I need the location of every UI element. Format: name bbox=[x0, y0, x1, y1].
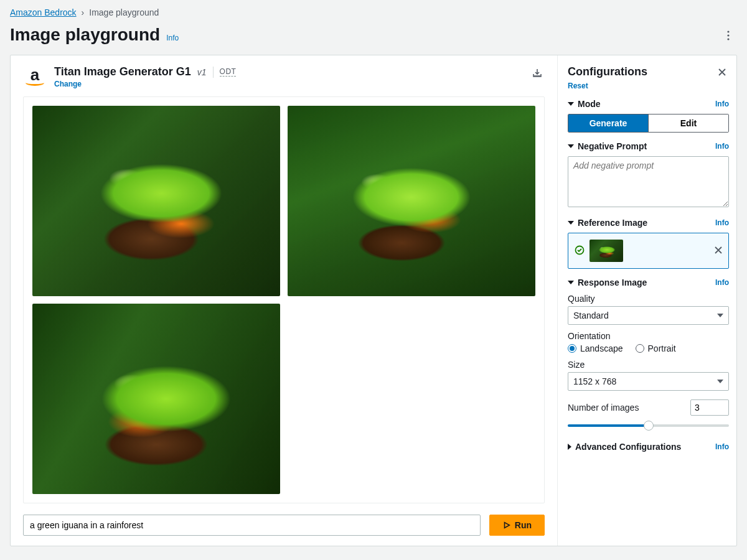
chevron-down-icon bbox=[568, 221, 574, 225]
main-panel: a Titan Image Generator G1 v1 ODT Change bbox=[10, 55, 737, 546]
generated-image-1[interactable] bbox=[32, 106, 280, 296]
run-button-label: Run bbox=[515, 520, 532, 530]
section-advanced[interactable]: Advanced Configurations Info bbox=[568, 442, 729, 452]
slider-fill bbox=[568, 424, 649, 427]
breadcrumb-root[interactable]: Amazon Bedrock bbox=[10, 7, 77, 17]
chevron-down-icon bbox=[568, 281, 574, 284]
divider bbox=[213, 67, 214, 78]
orientation-landscape-radio[interactable]: Landscape bbox=[568, 343, 623, 353]
reference-image-box bbox=[568, 233, 729, 269]
image-results-grid bbox=[23, 96, 545, 503]
orientation-portrait-radio[interactable]: Portrait bbox=[636, 343, 676, 353]
chevron-down-icon bbox=[568, 144, 574, 148]
num-images-input[interactable] bbox=[690, 399, 729, 416]
remove-reference-button[interactable] bbox=[715, 246, 722, 256]
reference-thumbnail[interactable] bbox=[590, 240, 623, 262]
breadcrumb-current: Image playground bbox=[89, 7, 159, 17]
slider-thumb[interactable] bbox=[644, 421, 654, 431]
kebab-icon bbox=[727, 30, 730, 40]
advanced-info-link[interactable]: Info bbox=[715, 442, 729, 451]
size-select[interactable]: 1152 x 768 bbox=[568, 372, 729, 391]
svg-point-2 bbox=[727, 38, 729, 40]
prompt-input[interactable] bbox=[23, 515, 481, 536]
orientation-landscape-label: Landscape bbox=[580, 343, 623, 353]
prompt-bar: Run bbox=[23, 515, 545, 536]
close-icon bbox=[715, 246, 722, 254]
section-negative[interactable]: Negative Prompt Info bbox=[568, 141, 729, 151]
section-response-label: Response Image bbox=[578, 278, 647, 287]
orientation-radios: Landscape Portrait bbox=[568, 343, 729, 353]
quality-value: Standard bbox=[573, 310, 609, 320]
size-value: 1152 x 768 bbox=[573, 376, 616, 386]
num-images-label: Number of images bbox=[568, 403, 639, 413]
model-header: a Titan Image Generator G1 v1 ODT Change bbox=[23, 65, 545, 89]
num-images-slider[interactable] bbox=[568, 421, 729, 431]
play-icon bbox=[502, 521, 511, 530]
negative-prompt-input[interactable] bbox=[568, 156, 729, 207]
page-header: Image playground Info bbox=[0, 20, 747, 55]
download-icon bbox=[532, 68, 542, 78]
left-pane: a Titan Image Generator G1 v1 ODT Change bbox=[11, 55, 557, 546]
breadcrumb-separator: › bbox=[82, 7, 85, 17]
orientation-label: Orientation bbox=[568, 331, 729, 341]
close-icon bbox=[718, 68, 726, 77]
empty-slot bbox=[288, 304, 535, 494]
mode-info-link[interactable]: Info bbox=[715, 100, 729, 108]
quality-label: Quality bbox=[568, 294, 729, 304]
model-version: v1 bbox=[197, 67, 207, 77]
breadcrumb: Amazon Bedrock › Image playground bbox=[0, 0, 747, 20]
check-icon bbox=[575, 245, 585, 257]
reference-info-link[interactable]: Info bbox=[715, 218, 729, 227]
svg-point-0 bbox=[727, 30, 729, 32]
change-model-link[interactable]: Change bbox=[54, 80, 82, 88]
config-title: Configurations bbox=[568, 65, 647, 78]
orientation-portrait-label: Portrait bbox=[648, 343, 676, 353]
mode-generate-button[interactable]: Generate bbox=[568, 114, 648, 132]
section-mode[interactable]: Mode Info bbox=[568, 99, 729, 109]
size-label: Size bbox=[568, 360, 729, 370]
section-reference-label: Reference Image bbox=[578, 218, 647, 228]
generated-image-2[interactable] bbox=[288, 106, 535, 296]
radio-icon bbox=[568, 344, 576, 353]
chevron-down-icon bbox=[717, 380, 723, 383]
config-pane: Configurations Reset Mode Info Generate … bbox=[557, 55, 736, 546]
model-name: Titan Image Generator G1 bbox=[54, 65, 191, 78]
reset-link[interactable]: Reset bbox=[568, 82, 729, 90]
chevron-down-icon bbox=[717, 314, 723, 317]
amazon-logo-icon: a bbox=[23, 65, 47, 89]
run-button[interactable]: Run bbox=[489, 515, 545, 536]
generated-image-3[interactable] bbox=[32, 304, 280, 494]
section-reference[interactable]: Reference Image Info bbox=[568, 218, 729, 228]
mode-toggle: Generate Edit bbox=[568, 114, 729, 133]
negative-info-link[interactable]: Info bbox=[715, 142, 729, 151]
page-menu-button[interactable] bbox=[720, 27, 737, 44]
page-info-link[interactable]: Info bbox=[166, 34, 179, 42]
quality-select[interactable]: Standard bbox=[568, 306, 729, 325]
radio-icon bbox=[636, 344, 644, 353]
response-info-link[interactable]: Info bbox=[715, 278, 729, 287]
section-negative-label: Negative Prompt bbox=[578, 141, 647, 151]
section-mode-label: Mode bbox=[578, 99, 601, 109]
mode-edit-button[interactable]: Edit bbox=[648, 114, 728, 132]
chevron-right-icon bbox=[568, 444, 571, 450]
chevron-down-icon bbox=[568, 102, 574, 106]
model-badge[interactable]: ODT bbox=[220, 67, 237, 77]
close-config-button[interactable] bbox=[715, 65, 729, 79]
download-button[interactable] bbox=[530, 65, 545, 80]
page-title: Image playground bbox=[10, 25, 160, 45]
svg-point-1 bbox=[727, 34, 729, 36]
section-response[interactable]: Response Image Info bbox=[568, 278, 729, 287]
section-advanced-label: Advanced Configurations bbox=[575, 442, 681, 452]
